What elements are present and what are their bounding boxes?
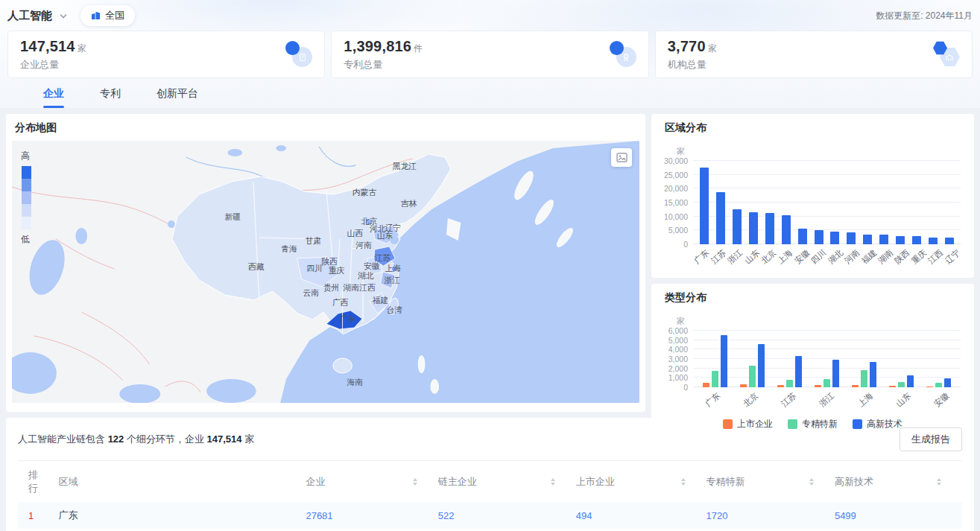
top-section: 人工智能 全国 数据更新至: 2024年11月 147,514家 企业总量 1,… [0, 0, 980, 108]
category-title[interactable]: 人工智能 [7, 9, 52, 23]
tab-innovation-platform[interactable]: 创新平台 [157, 87, 198, 108]
sort-icon[interactable] [937, 478, 941, 486]
province-label: 江西 [359, 283, 376, 292]
distribution-map-panel: 分布地图 [6, 114, 645, 412]
sort-icon[interactable] [413, 478, 417, 486]
bar [823, 379, 830, 388]
province-label: 吉林 [400, 199, 417, 208]
stat-cards: 147,514家 企业总量 1,399,816件 专利总量 3,770家 机构总… [7, 31, 973, 78]
table-row: 1广东2768152249417205499 [18, 502, 962, 529]
legend-swatch [723, 419, 733, 429]
region-chart-title: 区域分布 [665, 121, 964, 135]
bar [861, 370, 867, 387]
region-filter-button[interactable]: 全国 [80, 5, 135, 26]
y-axis-tick: 0 [683, 240, 688, 249]
snapshot-button[interactable] [611, 148, 632, 167]
bar [907, 375, 914, 387]
province-label: 湖南 [343, 283, 360, 292]
y-axis-tick: 4,000 [668, 345, 688, 354]
value-link[interactable]: 27681 [306, 510, 332, 521]
stat-label: 机构总量 [668, 58, 717, 71]
bar [700, 168, 709, 244]
right-column: 区域分布 家 05,00010,00015,00020,00025,00030,… [651, 114, 974, 412]
type-chart-title: 类型分布 [665, 291, 964, 305]
y-axis-tick: 15,000 [664, 198, 688, 207]
value-link[interactable]: 1720 [706, 510, 728, 521]
legend-item[interactable]: 高新技术 [853, 418, 902, 430]
province-label: 河南 [355, 241, 372, 249]
province-label: 西藏 [248, 262, 265, 271]
province-label: 黑龙江 [393, 162, 417, 171]
province-label: 青海 [281, 244, 297, 253]
x-axis-label: 浙江 [818, 390, 847, 421]
patent-icon [608, 41, 636, 68]
region-filter-label: 全国 [105, 9, 124, 22]
sort-icon[interactable] [681, 478, 686, 486]
tab-label: 企业 [43, 87, 64, 99]
bar [863, 235, 872, 244]
province-label: 海南 [347, 378, 363, 387]
bar [935, 383, 942, 387]
bar [929, 238, 938, 244]
stat-label: 企业总量 [20, 58, 86, 71]
tab-enterprise[interactable]: 企业 [43, 87, 64, 108]
chevron-down-icon[interactable] [60, 13, 67, 20]
bar [870, 362, 876, 387]
bar [889, 386, 896, 387]
top-bar: 人工智能 全国 数据更新至: 2024年11月 [7, 6, 973, 25]
generate-report-button[interactable]: 生成报告 [900, 427, 962, 451]
province-label: 陕西 [321, 257, 338, 266]
bar [777, 385, 784, 387]
value-link[interactable]: 5499 [835, 510, 856, 521]
main-content: 分布地图 [6, 114, 974, 412]
x-axis-label: 江苏 [779, 390, 809, 421]
bar [749, 366, 756, 387]
province-label: 安徽 [364, 261, 380, 270]
x-axis-label: 北京 [741, 390, 771, 421]
value-link[interactable]: 494 [576, 510, 592, 521]
stat-value: 147,514 [20, 38, 75, 54]
province-label: 台湾 [386, 305, 402, 314]
legend-item[interactable]: 上市企业 [723, 418, 773, 430]
column-header: 专精特新 [706, 475, 745, 489]
region-bar-chart: 05,00010,00015,00020,00025,00030,000 [662, 161, 964, 244]
image-icon [616, 153, 627, 162]
y-axis-tick: 2,000 [668, 364, 688, 373]
province-label: 湖北 [357, 271, 374, 280]
tab-patent[interactable]: 专利 [100, 87, 121, 108]
province-label: 新疆 [225, 212, 241, 221]
rank-badge: 1 [28, 510, 34, 521]
industry-summary: 人工智能产业链包含 122 个细分环节，企业 147,514 家 [18, 433, 254, 446]
tab-bar: 企业 专利 创新平台 [7, 78, 973, 108]
y-axis-unit: 家 [677, 146, 964, 157]
province-label: 浙江 [385, 276, 401, 284]
type-chart-x-labels: 广东北京江苏浙江上海山东安徽 [693, 389, 961, 416]
bar [758, 344, 765, 387]
column-header: 上市企业 [576, 475, 615, 489]
bar [786, 380, 793, 387]
bar [782, 215, 791, 244]
stat-unit: 家 [708, 43, 717, 54]
province-label: 山西 [347, 229, 363, 238]
sort-icon[interactable] [551, 478, 555, 486]
sort-icon[interactable] [809, 478, 814, 486]
y-axis-tick: 0 [683, 383, 688, 392]
enterprise-icon [284, 41, 312, 68]
province-label: 四川 [307, 264, 323, 273]
y-axis-unit: 家 [677, 316, 964, 327]
bar [896, 236, 905, 244]
y-axis-tick: 10,000 [664, 212, 688, 221]
province-label: 甘肃 [306, 236, 322, 245]
china-map[interactable]: 黑龙江内蒙古吉林新疆北京河北辽宁山西山东甘肃青海河南陕西江苏安徽上海西藏四川重庆… [12, 141, 639, 403]
bar [740, 384, 747, 387]
bar [815, 385, 821, 387]
bar [944, 378, 951, 387]
value-link[interactable]: 522 [438, 510, 455, 521]
stat-unit: 家 [78, 43, 86, 54]
bar [912, 236, 921, 244]
segment-count: 122 [108, 433, 124, 445]
stat-card-enterprises: 147,514家 企业总量 [7, 31, 325, 78]
bar [898, 382, 905, 387]
bar [712, 371, 718, 387]
province-label: 广东 [340, 314, 356, 323]
